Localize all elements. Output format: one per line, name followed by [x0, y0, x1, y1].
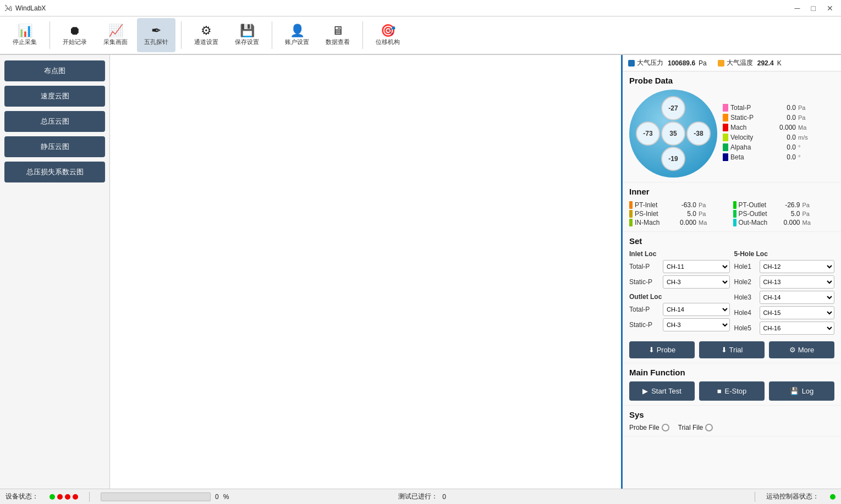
outlet-static-p-row: Static-P CH-1CH-2CH-3CH-4CH-5CH-6CH-7CH-… — [629, 318, 730, 331]
probe-file-radio[interactable] — [662, 424, 669, 431]
atmo-temp-label: 大气温度 — [727, 58, 753, 68]
inlet-static-p-select[interactable]: CH-1CH-2CH-3CH-4CH-5CH-6CH-7CH-8CH-9CH-1… — [663, 275, 730, 289]
inner-unit-ps-outlet: Pa — [802, 211, 810, 217]
outlet-static-p-select[interactable]: CH-1CH-2CH-3CH-4CH-5CH-6CH-7CH-8CH-9CH-1… — [663, 318, 730, 331]
hole-row-hole2: Hole2CH-1CH-2CH-3CH-4CH-5CH-6CH-7CH-8CH-… — [734, 275, 835, 289]
action-buttons: ⬇ Probe ⬇ Trial ⚙ More — [629, 341, 834, 358]
toolbar-item-position-mechanism[interactable]: 🎯位移机构 — [369, 18, 407, 52]
probe-label-mach: Mach — [730, 124, 769, 131]
minimize-button[interactable]: ─ — [791, 3, 804, 14]
probe-unit-velocity: m/s — [798, 134, 808, 141]
trial-file-radio[interactable] — [705, 424, 713, 431]
bottom-bar: 设备状态： 0 % 测试已进行： 0 运动控制器状态： — [0, 489, 841, 504]
probe-value-static-p: 0.0 — [771, 114, 796, 121]
sidebar-btn-point-map[interactable]: 布点图 — [4, 60, 105, 81]
sidebar-btn-total-pressure-cloud[interactable]: 总压云图 — [4, 111, 105, 132]
toolbar-sep-1 — [50, 21, 50, 49]
inner-row-ps-inlet: PS-Inlet 5.0 Pa — [629, 209, 731, 218]
outlet-loc-title: Outlet Loc — [629, 293, 730, 301]
inner-title: Inner — [629, 187, 834, 196]
hole-row-hole5: Hole5CH-1CH-2CH-3CH-4CH-5CH-6CH-7CH-8CH-… — [734, 322, 835, 335]
toolbar-label-capture-screen: 采集画面 — [103, 38, 128, 46]
inner-unit-ps-inlet: Pa — [699, 211, 706, 217]
outlet-total-p-select[interactable]: CH-1CH-2CH-3CH-4CH-5CH-6CH-7CH-8CH-9CH-1… — [663, 303, 730, 316]
hole3-label: Hole3 — [734, 293, 756, 301]
toolbar-item-save-set[interactable]: 💾保存设置 — [228, 18, 266, 52]
set-section: Set Inlet Loc Total-P CH-1CH-2CH-3CH-4CH… — [623, 232, 841, 363]
log-button[interactable]: 💾 Log — [769, 381, 834, 401]
probe-label-alpaha: Alpaha — [730, 143, 769, 151]
sidebar: 布点图速度云图总压云图静压云图总压损失系数云图 — [0, 55, 110, 489]
hole4-select[interactable]: CH-1CH-2CH-3CH-4CH-5CH-6CH-7CH-8CH-9CH-1… — [760, 306, 835, 319]
start-test-label: Start Test — [651, 387, 681, 395]
hole1-select[interactable]: CH-1CH-2CH-3CH-4CH-5CH-6CH-7CH-8CH-9CH-1… — [760, 260, 835, 273]
inner-value-in-mach: 0.000 — [670, 219, 696, 226]
toolbar-icon-position-mechanism: 🎯 — [381, 25, 395, 37]
toolbar-item-account-set[interactable]: 👤账户设置 — [278, 18, 316, 52]
toolbar-item-start-record[interactable]: ⏺开始记录 — [56, 18, 94, 52]
inner-label-ps-outlet: PS-Outlet — [739, 210, 772, 218]
inner-row-out-mach: Out-Mach 0.000 Ma — [733, 218, 835, 227]
toolbar-item-capture-screen[interactable]: 📈采集画面 — [96, 18, 135, 52]
trial-label: Trial — [729, 346, 743, 354]
inlet-total-p-select[interactable]: CH-1CH-2CH-3CH-4CH-5CH-6CH-7CH-8CH-9CH-1… — [663, 260, 730, 273]
toolbar-icon-start-record: ⏺ — [69, 25, 81, 37]
toolbar-item-data-view[interactable]: 🖥数据查看 — [318, 18, 357, 52]
inner-row-pt-inlet: PT-Inlet -63.0 Pa — [629, 201, 731, 209]
set-grid: Inlet Loc Total-P CH-1CH-2CH-3CH-4CH-5CH… — [629, 250, 834, 337]
probe-hole-center: 35 — [661, 121, 685, 146]
motion-status-label: 运动控制器状态： — [766, 492, 819, 501]
probe-label: Probe — [657, 346, 676, 354]
probe-data-section: Probe Data -27 -73 35 -38 — [623, 71, 841, 182]
probe-unit-static-p: Pa — [798, 114, 805, 121]
inner-label-pt-outlet: PT-Outlet — [739, 201, 772, 209]
probe-label-static-p: Static-P — [730, 114, 769, 121]
probe-row-beta: Beta 0.0 ° — [723, 153, 834, 161]
probe-unit-beta: ° — [798, 154, 800, 160]
probe-button[interactable]: ⬇ Probe — [629, 341, 695, 358]
maximize-button[interactable]: □ — [808, 3, 819, 14]
atmo-temp-item: 大气温度 292.4 K — [718, 58, 782, 68]
sidebar-btn-static-pressure-cloud[interactable]: 静压云图 — [4, 136, 105, 157]
close-button[interactable]: ✕ — [823, 3, 837, 14]
inner-value-ps-inlet: 5.0 — [670, 210, 696, 218]
hole-rows: Hole1CH-1CH-2CH-3CH-4CH-5CH-6CH-7CH-8CH-… — [734, 260, 835, 335]
estop-button[interactable]: ■ E-Stop — [699, 381, 765, 401]
inner-unit-pt-outlet: Pa — [802, 202, 810, 208]
atmo-pressure-item: 大气压力 100689.6 Pa — [628, 58, 707, 68]
set-left-col: Inlet Loc Total-P CH-1CH-2CH-3CH-4CH-5CH… — [629, 250, 730, 337]
inner-value-out-mach: 0.000 — [774, 219, 800, 226]
inlet-static-p-label: Static-P — [629, 278, 659, 286]
inner-unit-pt-inlet: Pa — [699, 202, 706, 208]
toolbar-icon-five-hole-probe: ✒ — [151, 25, 161, 37]
toolbar-item-stop-collect[interactable]: 📊停止采集 — [6, 18, 44, 52]
hole1-label: Hole1 — [734, 263, 756, 270]
trial-button[interactable]: ⬇ Trial — [699, 341, 765, 358]
outlet-static-p-label: Static-P — [629, 321, 659, 329]
more-label: More — [798, 346, 815, 354]
hole2-select[interactable]: CH-1CH-2CH-3CH-4CH-5CH-6CH-7CH-8CH-9CH-1… — [760, 275, 835, 289]
toolbar-label-account-set: 账户设置 — [285, 38, 309, 46]
inner-color-ps-outlet — [733, 210, 736, 218]
hole5-select[interactable]: CH-1CH-2CH-3CH-4CH-5CH-6CH-7CH-8CH-9CH-1… — [760, 322, 835, 335]
probe-hole-bottom: -19 — [661, 147, 685, 171]
inner-right: PT-Outlet -26.9 Pa PS-Outlet 5.0 Pa Out-… — [733, 201, 835, 227]
start-test-button[interactable]: ▶ Start Test — [629, 381, 695, 401]
device-status-label: 设备状态： — [6, 492, 39, 501]
toolbar-item-five-hole-probe[interactable]: ✒五孔探针 — [137, 18, 175, 52]
sidebar-btn-velocity-cloud[interactable]: 速度云图 — [4, 86, 105, 107]
probe-value-total-p: 0.0 — [771, 104, 796, 112]
probe-label-total-p: Total-P — [730, 104, 769, 112]
sidebar-btn-total-pressure-loss-cloud[interactable]: 总压损失系数云图 — [4, 162, 105, 182]
hole3-select[interactable]: CH-1CH-2CH-3CH-4CH-5CH-6CH-7CH-8CH-9CH-1… — [760, 291, 835, 304]
toolbar-items: 📊停止采集⏺开始记录📈采集画面✒五孔探针⚙通道设置💾保存设置👤账户设置🖥数据查看… — [6, 18, 835, 52]
probe-file-label: Probe File — [629, 424, 659, 431]
status-dot-3 — [65, 494, 70, 500]
probe-value-beta: 0.0 — [771, 153, 796, 161]
progress-unit: % — [223, 493, 229, 501]
set-right-col: 5-Hole Loc Hole1CH-1CH-2CH-3CH-4CH-5CH-6… — [734, 250, 835, 337]
atmo-pressure-label: 大气压力 — [637, 58, 663, 68]
probe-label-velocity: Velocity — [730, 134, 769, 141]
more-button[interactable]: ⚙ More — [769, 341, 834, 358]
toolbar-item-channel-set[interactable]: ⚙通道设置 — [187, 18, 226, 52]
